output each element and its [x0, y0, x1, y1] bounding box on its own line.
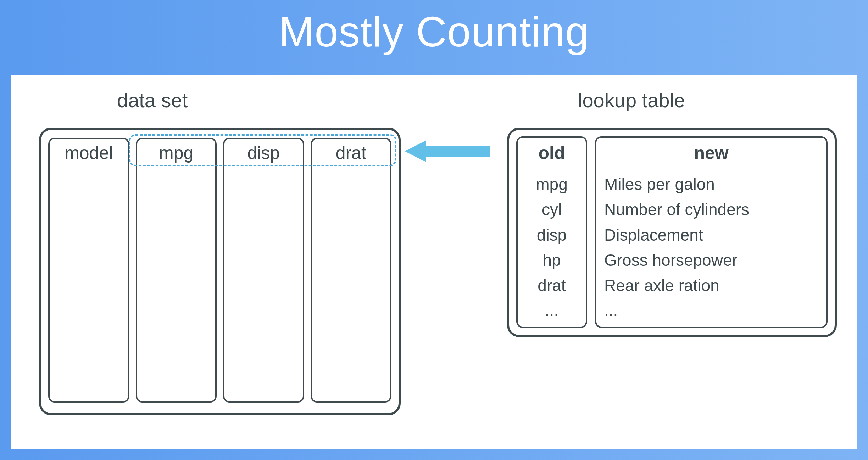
- lookup-new-value: Rear axle ration: [604, 273, 818, 298]
- dataset-column: model: [48, 138, 129, 402]
- column-header: drat: [312, 143, 390, 163]
- dataset-label: data set: [117, 89, 188, 112]
- svg-marker-0: [405, 140, 490, 162]
- lookup-new-value: ...: [604, 298, 818, 323]
- lookup-old-header: old: [525, 143, 578, 163]
- lookup-old-column: old mpg cyl disp hp drat ...: [516, 136, 587, 328]
- dataset-column: drat: [311, 138, 392, 402]
- lookup-old-value: ...: [525, 298, 578, 323]
- lookup-old-value: hp: [525, 248, 578, 273]
- column-header: disp: [224, 143, 303, 163]
- dataset-column: disp: [223, 138, 304, 402]
- dataset-box: model mpg disp drat: [39, 128, 401, 415]
- lookup-new-value: Miles per galon: [604, 172, 818, 197]
- column-header: model: [50, 143, 128, 163]
- lookup-new-column: new Miles per galon Number of cylinders …: [595, 136, 828, 328]
- dataset-column: mpg: [136, 138, 217, 402]
- lookup-old-value: mpg: [525, 172, 578, 197]
- lookup-new-value: Displacement: [604, 223, 818, 248]
- arrow-left-icon: [405, 140, 490, 162]
- page-title: Mostly Counting: [0, 7, 868, 56]
- lookup-new-value: Gross horsepower: [604, 248, 818, 273]
- lookup-old-value: disp: [525, 223, 578, 248]
- content-panel: data set lookup table model mpg disp dra…: [11, 75, 857, 449]
- lookup-new-header: new: [604, 143, 818, 163]
- lookup-table-box: old mpg cyl disp hp drat ... new Miles p…: [507, 128, 837, 337]
- lookup-old-value: drat: [525, 273, 578, 298]
- lookup-label: lookup table: [578, 89, 685, 112]
- title-bar: Mostly Counting: [0, 0, 868, 67]
- lookup-new-value: Number of cylinders: [604, 197, 818, 222]
- lookup-old-value: cyl: [525, 197, 578, 222]
- column-header: mpg: [137, 143, 216, 163]
